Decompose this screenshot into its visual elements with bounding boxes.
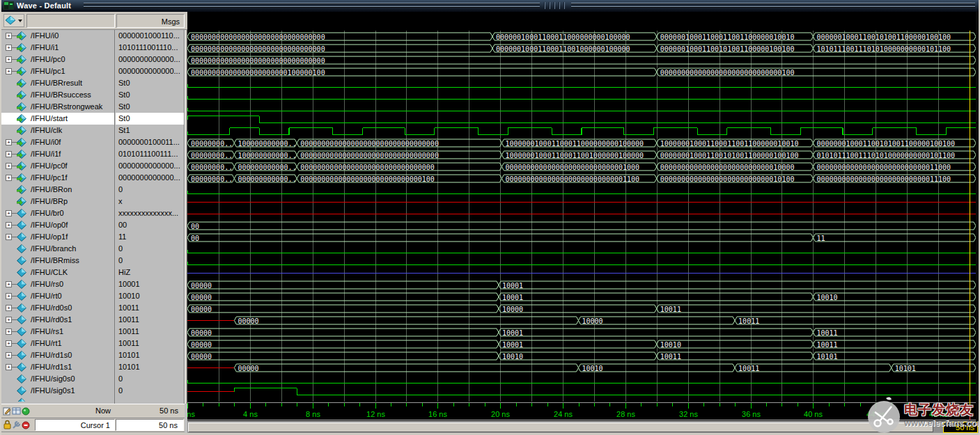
signal-value-row[interactable]: 10011 bbox=[116, 326, 184, 338]
scrollbar-thumb[interactable] bbox=[188, 422, 933, 432]
expand-button[interactable]: + bbox=[6, 210, 12, 216]
signal-value-row[interactable]: x bbox=[116, 196, 184, 207]
signal-row[interactable]: + /IFHU/op1f bbox=[1, 231, 114, 243]
signal-row[interactable]: + /IFHU/i0 bbox=[1, 30, 114, 42]
expand-button[interactable]: + bbox=[6, 329, 12, 335]
signal-row[interactable]: + /IFHU/pc0 bbox=[1, 54, 114, 65]
signal-value-row[interactable]: 0000000000000... bbox=[116, 160, 184, 172]
signal-row[interactable]: + /IFHU/pc1f bbox=[1, 172, 114, 184]
signal-value-row[interactable]: 0000000000000... bbox=[116, 172, 184, 184]
signal-value-row[interactable]: 0101011100111... bbox=[116, 148, 184, 160]
signal-value-row[interactable]: 0000001000110... bbox=[116, 30, 184, 42]
signal-value-row[interactable]: 10011 bbox=[116, 314, 184, 326]
signal-value: 0 bbox=[118, 256, 123, 264]
signal-icon bbox=[17, 138, 26, 147]
signal-value-row[interactable]: 1010111001110... bbox=[116, 42, 184, 54]
signal-value-row[interactable]: 0 bbox=[116, 243, 184, 255]
signal-value-row[interactable]: 0000000000000... bbox=[116, 54, 184, 65]
expand-button[interactable]: + bbox=[6, 364, 12, 370]
signal-row[interactable]: /IFHU/BRp bbox=[1, 196, 114, 207]
expand-button[interactable]: + bbox=[6, 163, 12, 169]
expand-button[interactable]: + bbox=[6, 305, 12, 311]
cursor1-value[interactable]: 50 ns bbox=[116, 419, 184, 431]
signal-row[interactable]: /IFHU/sig0s1 bbox=[1, 385, 114, 397]
signal-row[interactable]: + /IFHU/rs0 bbox=[1, 278, 114, 290]
signal-row[interactable]: + /IFHU/op0f bbox=[1, 219, 114, 231]
signal-row[interactable]: + /IFHU/rd0s0 bbox=[1, 302, 114, 314]
waveform-canvas[interactable] bbox=[187, 12, 977, 421]
signal-row[interactable]: /IFHU/branch bbox=[1, 243, 114, 255]
signal-value-row[interactable]: 0 bbox=[116, 373, 184, 385]
signal-row[interactable]: + /IFHU/rd0s1 bbox=[1, 314, 114, 326]
signal-row[interactable]: /IFHU/BRmiss bbox=[1, 255, 114, 267]
expand-button[interactable]: + bbox=[6, 45, 12, 51]
signal-value-row[interactable]: St0 bbox=[116, 77, 184, 89]
signal-value-row[interactable]: 10101 bbox=[116, 349, 184, 361]
expand-button[interactable]: + bbox=[6, 56, 12, 63]
signal-value-row[interactable]: St0 bbox=[116, 101, 184, 113]
signal-row[interactable]: /IFHU/CLK bbox=[1, 267, 114, 278]
signal-row[interactable]: + /IFHU/pc1 bbox=[1, 65, 114, 77]
signal-value-row[interactable]: 10101 bbox=[116, 361, 184, 373]
signal-value-row[interactable]: 10011 bbox=[116, 338, 184, 349]
horizontal-scrollbar[interactable] bbox=[187, 422, 980, 433]
signal-row[interactable]: + /IFHU/pc0f bbox=[1, 160, 114, 172]
msgs-column-header[interactable]: Msgs bbox=[116, 14, 185, 28]
signal-value-row[interactable]: 10001 bbox=[116, 278, 184, 290]
signal-row[interactable]: + /IFHU/rd1s0 bbox=[1, 349, 114, 361]
names-column-header[interactable] bbox=[26, 14, 115, 28]
signal-row[interactable]: /IFHU/sig0s0 bbox=[1, 373, 114, 385]
signal-value-row[interactable]: HiZ bbox=[116, 267, 184, 278]
signal-value-row[interactable]: 0 bbox=[116, 385, 184, 397]
expand-button[interactable]: + bbox=[6, 234, 12, 240]
signal-value-row[interactable] bbox=[116, 397, 184, 402]
expand-button[interactable]: + bbox=[6, 340, 12, 347]
expand-button[interactable]: + bbox=[6, 317, 12, 323]
signal-value-row[interactable]: 11 bbox=[116, 231, 184, 243]
expand-button[interactable]: + bbox=[6, 293, 12, 299]
signal-row[interactable]: + /IFHU/br0 bbox=[1, 207, 114, 219]
signal-value-row[interactable]: St1 bbox=[116, 125, 184, 136]
pane-handle[interactable] bbox=[544, 2, 568, 9]
signal-value-row[interactable]: 0 bbox=[116, 184, 184, 196]
expand-button[interactable]: + bbox=[6, 281, 12, 287]
signal-value-row[interactable]: 10010 bbox=[116, 290, 184, 302]
signal-value-row[interactable]: 0000000000000... bbox=[116, 65, 184, 77]
signal-value-row[interactable]: 0000000100011... bbox=[116, 136, 184, 148]
signal-value-row[interactable]: 00 bbox=[116, 219, 184, 231]
signal-row[interactable]: /IFHU/BRstrongweak bbox=[1, 101, 114, 113]
expand-button[interactable]: + bbox=[6, 175, 12, 181]
signal-menu-button[interactable] bbox=[3, 14, 24, 27]
signal-row[interactable]: + /IFHU/i1 bbox=[1, 42, 114, 54]
expand-button[interactable]: + bbox=[6, 139, 12, 145]
signal-row[interactable]: /IFHU/BRon bbox=[1, 184, 114, 196]
signal-value-row[interactable]: St0 bbox=[116, 113, 184, 125]
cursor-time-badge[interactable]: 50 ns bbox=[943, 422, 978, 433]
wave-edit-icons[interactable] bbox=[3, 406, 33, 416]
expand-button[interactable]: + bbox=[6, 151, 12, 157]
signal-row[interactable]: + /IFHU/rd1s1 bbox=[1, 361, 114, 373]
signal-row[interactable]: + /IFHU/rs1 bbox=[1, 326, 114, 338]
expand-button[interactable]: + bbox=[6, 68, 12, 74]
signal-row[interactable]: + /IFHU/rt1 bbox=[1, 338, 114, 349]
signal-icon bbox=[17, 339, 26, 348]
cursor-icons[interactable] bbox=[3, 420, 33, 430]
signal-row[interactable]: + /IFHU/i0f bbox=[1, 136, 114, 148]
expand-button[interactable]: + bbox=[6, 33, 12, 39]
panel-splitter[interactable] bbox=[185, 30, 187, 404]
titlebar[interactable]: Wave - Default bbox=[1, 0, 980, 12]
signal-row[interactable]: /IFHU/BRresult bbox=[1, 77, 114, 89]
signal-row[interactable]: /IFHU/clk bbox=[1, 125, 114, 136]
signal-row[interactable]: + /IFHU/i1f bbox=[1, 148, 114, 160]
signal-row[interactable]: /IFHU/start bbox=[1, 113, 114, 125]
signal-value-row[interactable]: 10011 bbox=[116, 302, 184, 314]
signal-value-row[interactable]: St0 bbox=[116, 89, 184, 101]
expand-button[interactable]: + bbox=[6, 222, 12, 228]
signal-row[interactable]: /IFHU/BRsuccess bbox=[1, 89, 114, 101]
signal-row[interactable] bbox=[1, 397, 114, 402]
signal-value-row[interactable]: 0 bbox=[116, 255, 184, 267]
signal-value-row[interactable]: xxxxxxxxxxxxxx... bbox=[116, 207, 184, 219]
cursor1-label[interactable]: Cursor 1 bbox=[35, 419, 115, 431]
expand-button[interactable]: + bbox=[6, 352, 12, 358]
signal-row[interactable]: + /IFHU/rt0 bbox=[1, 290, 114, 302]
